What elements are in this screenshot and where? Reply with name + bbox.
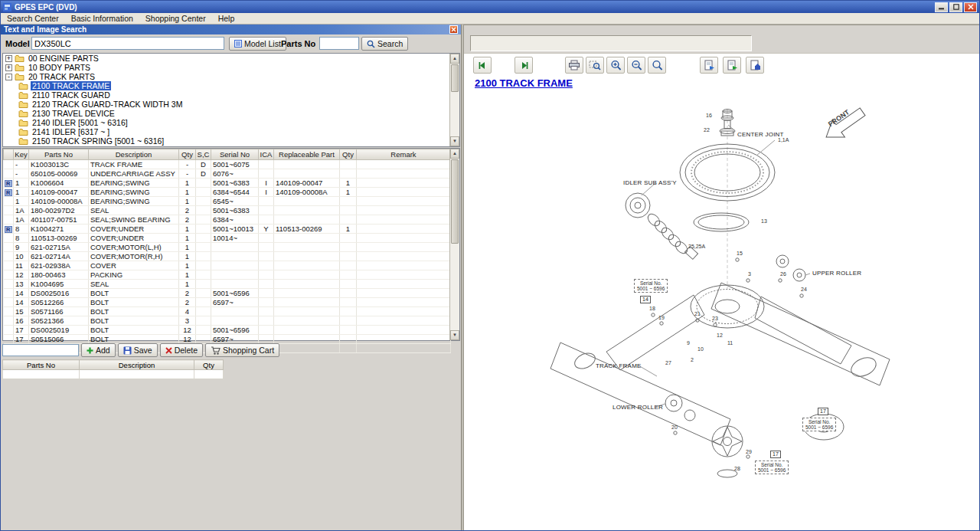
export-image-button[interactable] (723, 57, 741, 74)
viewer-top-bar (464, 25, 979, 54)
save-button-label: Save (134, 346, 152, 355)
table-row[interactable]: 8110513-00269COVER;UNDER110014~ (4, 234, 451, 243)
column-header[interactable]: Replaceable Part (274, 149, 340, 160)
zoom-in-button[interactable] (606, 57, 625, 74)
shopping-cart-button[interactable]: Shopping Cart (205, 343, 279, 357)
menu-item-basic-information[interactable]: Basic Information (65, 14, 139, 23)
collapse-icon[interactable]: - (5, 74, 12, 80)
zoomwin-icon (652, 60, 663, 70)
table-row[interactable]: R1K1006604BEARING;SWING15001~6383I140109… (4, 179, 451, 188)
panel-close-button[interactable] (449, 25, 458, 34)
callout-number: 26 (780, 271, 786, 277)
folder-icon (18, 82, 28, 90)
table-row[interactable]: 9621-02715ACOVER;MOTOR(L,H)1 (4, 243, 451, 252)
table-scrollbar[interactable]: ▲ ▼ (449, 149, 459, 340)
zoom-area-button[interactable] (586, 57, 604, 74)
maximize-button[interactable] (949, 2, 962, 12)
table-row[interactable]: 15S0571166BOLT4 (4, 307, 451, 316)
callout-number: 21 (694, 311, 701, 316)
table-row[interactable]: R1140109-00047BEARING;SWING16384~6544I14… (4, 188, 451, 197)
column-header[interactable]: Parts No (29, 149, 89, 160)
column-header[interactable]: S,C (196, 149, 211, 160)
diagram-area[interactable]: FRONTCENTER JOINTIDLER SUB ASS'YUPPER RO… (464, 91, 979, 531)
tree-item[interactable]: +00 ENGINE PARTS (3, 54, 449, 63)
tree-item[interactable]: 2120 TRACK GUARD-TRACK WIDTH 3M (3, 100, 449, 109)
front-arrow-label: FRONT (827, 108, 851, 128)
scrollbar-up-button[interactable]: ▲ (450, 54, 459, 64)
table-row[interactable]: 1A401107-00751SEAL;SWING BEARING26384~ (4, 215, 451, 225)
column-header[interactable]: Qty (340, 149, 357, 160)
search-bar: Model Model List Parts No Search (1, 35, 461, 53)
tree-item[interactable]: 2150 TRACK SPRING [5001 ~ 6316] (3, 136, 449, 146)
parts-table: KeyParts NoDescriptionQtyS,CSerial NoICA… (3, 149, 451, 353)
scrollbar-thumb[interactable] (451, 159, 459, 244)
minimize-button[interactable] (935, 2, 948, 12)
column-header[interactable]: Parts No (3, 360, 80, 370)
save-button[interactable]: Save (118, 343, 158, 357)
menu-item-help[interactable]: Help (212, 14, 241, 23)
zoom-out-button[interactable] (627, 57, 645, 74)
table-row[interactable]: 17DS0025019BOLT125001~6596 (4, 326, 451, 335)
print-button[interactable] (565, 57, 583, 74)
menu-item-shopping-center[interactable]: Shopping Center (139, 14, 212, 23)
table-row[interactable]: -K1003013CTRACK FRAME-D5001~6075 (4, 160, 451, 169)
column-header[interactable]: Serial No (211, 149, 259, 160)
table-row[interactable]: 1A180-00297D2SEAL25001~6383 (4, 206, 451, 215)
tree-scrollbar[interactable]: ▲ ▼ (449, 54, 459, 146)
tree-item[interactable]: -20 TRACK PARTS (3, 72, 449, 81)
column-header[interactable]: Qty (194, 360, 224, 370)
scrollbar-thumb[interactable] (451, 64, 459, 92)
tree-item-label: 2100 TRACK FRAME (31, 81, 111, 90)
expand-icon[interactable]: + (5, 55, 12, 62)
scrollbar-down-button[interactable]: ▼ (450, 330, 459, 340)
tree-item[interactable]: 2141 IDLER [6317 ~ ] (3, 127, 449, 136)
column-header[interactable]: Description (89, 149, 179, 160)
cart-parts-input[interactable] (2, 344, 79, 356)
callout-number: 20 (671, 424, 678, 430)
tree-item-label: 2141 IDLER [6317 ~ ] (31, 127, 111, 136)
tree-item[interactable]: 2140 IDLER [5001 ~ 6316] (3, 118, 449, 127)
back-button[interactable] (473, 57, 492, 74)
model-list-button[interactable]: Model List (229, 37, 286, 51)
column-header[interactable]: ICA (259, 149, 274, 160)
column-header[interactable]: Remark (357, 149, 451, 160)
table-row[interactable]: 14DS0025016BOLT25001~6596 (4, 289, 451, 298)
tree-item[interactable]: 2130 TRAVEL DEVICE (3, 109, 449, 118)
delete-button[interactable]: Delete (160, 343, 203, 357)
copy-image-button[interactable] (700, 57, 718, 74)
table-row[interactable]: 13K1004695SEAL1 (4, 280, 451, 289)
table-row[interactable]: 10621-02714ACOVER;MOTOR(R,H)1 (4, 252, 451, 261)
expand-icon[interactable]: + (5, 64, 12, 71)
tree-item[interactable]: +10 BODY PARTS (3, 63, 449, 72)
app-window: GPES EPC (DVD) Search CenterBasic Inform… (0, 0, 980, 531)
table-row[interactable]: 12180-00463PACKING1 (4, 270, 451, 280)
menubar: Search CenterBasic InformationShopping C… (1, 13, 979, 25)
zoom-window-button[interactable] (648, 57, 666, 74)
parts-no-input[interactable] (319, 37, 359, 50)
table-row[interactable]: -650105-00069UNDERCARRIAGE ASSY-D6076~ (4, 169, 451, 179)
tree-item[interactable]: 2100 TRACK FRAME (3, 81, 449, 90)
forward-button[interactable] (514, 57, 533, 74)
table-row[interactable]: R8K1004271COVER;UNDER15001~10013Y110513-… (4, 225, 451, 234)
column-header[interactable]: Key (14, 149, 29, 160)
column-header[interactable] (4, 149, 14, 160)
column-header[interactable]: Qty (179, 149, 196, 160)
table-row[interactable]: 1140109-00008ABEARING;SWING16545~ (4, 197, 451, 206)
tree-item-label: 20 TRACK PARTS (27, 72, 96, 81)
model-input[interactable] (31, 37, 224, 50)
scrollbar-down-button[interactable]: ▼ (450, 136, 459, 146)
table-row[interactable]: 16S0521366BOLT3 (4, 316, 451, 326)
table-row[interactable]: 11621-02938ACOVER1 (4, 261, 451, 270)
menu-item-search-center[interactable]: Search Center (1, 14, 65, 23)
diskette-icon (123, 346, 132, 355)
part-label-track-frame: TRACK FRAME (596, 362, 642, 369)
save-image-button[interactable] (746, 57, 764, 74)
close-button[interactable] (964, 2, 977, 12)
add-button[interactable]: Add (81, 343, 116, 357)
callout-number: 10 (697, 346, 704, 352)
scrollbar-up-button[interactable]: ▲ (450, 149, 459, 159)
column-header[interactable]: Description (80, 360, 194, 370)
search-button[interactable]: Search (361, 37, 408, 51)
tree-item[interactable]: 2110 TRACK GUARD (3, 90, 449, 100)
table-row[interactable]: 14S0512266BOLT26597~ (4, 298, 451, 307)
